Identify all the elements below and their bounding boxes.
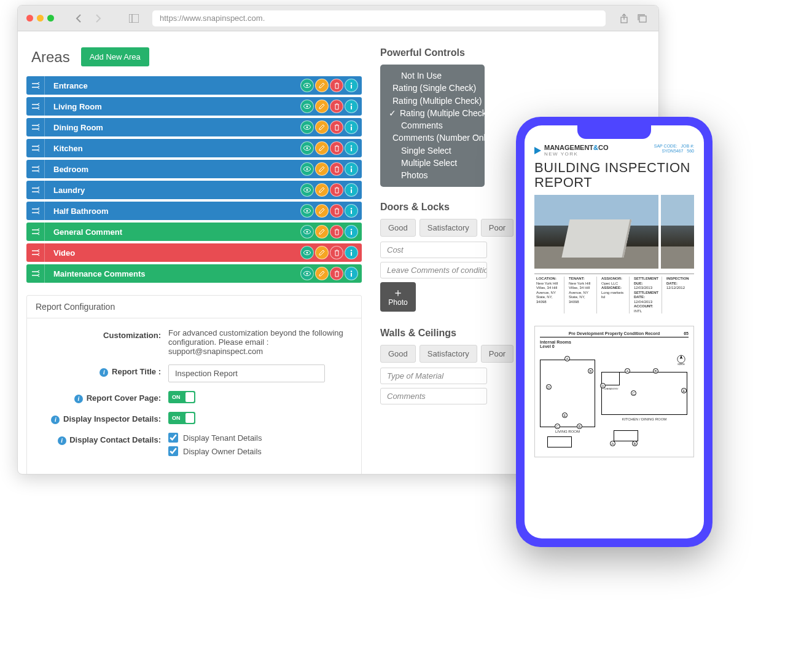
close-icon[interactable] bbox=[26, 15, 33, 22]
drag-handle-icon[interactable] bbox=[26, 202, 45, 220]
area-row[interactable]: Kitchen bbox=[26, 139, 362, 157]
info-icon[interactable] bbox=[345, 100, 358, 113]
view-icon[interactable] bbox=[300, 246, 314, 259]
drag-handle-icon[interactable] bbox=[26, 97, 45, 116]
delete-icon[interactable] bbox=[330, 225, 343, 238]
control-option[interactable]: Comments bbox=[389, 119, 476, 132]
area-row[interactable]: General Comment bbox=[26, 223, 362, 241]
info-icon[interactable] bbox=[345, 204, 358, 218]
drag-handle-icon[interactable] bbox=[26, 118, 45, 136]
area-row[interactable]: Video bbox=[26, 243, 362, 262]
edit-icon[interactable] bbox=[315, 183, 329, 197]
info-icon[interactable] bbox=[345, 120, 358, 134]
cover-page-toggle[interactable]: ON bbox=[168, 391, 195, 403]
view-icon[interactable] bbox=[300, 79, 314, 92]
edit-icon[interactable] bbox=[315, 141, 329, 155]
rating-pill[interactable]: Poor bbox=[481, 345, 513, 363]
control-option[interactable]: Comments (Number Only) bbox=[389, 132, 476, 144]
control-option[interactable]: Multiple Select bbox=[389, 157, 476, 169]
drag-handle-icon[interactable] bbox=[26, 181, 45, 199]
area-row[interactable]: Dining Room bbox=[26, 118, 362, 136]
view-icon[interactable] bbox=[300, 141, 314, 155]
drag-handle-icon[interactable] bbox=[26, 160, 45, 178]
info-icon[interactable] bbox=[345, 246, 358, 259]
info-icon[interactable]: i bbox=[74, 395, 83, 403]
delete-icon[interactable] bbox=[330, 120, 343, 134]
drag-handle-icon[interactable] bbox=[26, 243, 45, 262]
text-field[interactable]: Comments bbox=[380, 388, 487, 404]
area-row[interactable]: Half Bathroom bbox=[26, 202, 362, 220]
sidebar-icon[interactable] bbox=[127, 11, 141, 26]
info-icon[interactable] bbox=[345, 267, 358, 280]
delete-icon[interactable] bbox=[330, 100, 343, 113]
info-icon[interactable]: i bbox=[51, 416, 60, 424]
delete-icon[interactable] bbox=[330, 246, 343, 259]
delete-icon[interactable] bbox=[330, 141, 343, 155]
control-option[interactable]: Single Select bbox=[389, 144, 476, 157]
drag-handle-icon[interactable] bbox=[26, 264, 45, 283]
area-row[interactable]: Bedroom bbox=[26, 160, 362, 178]
delete-icon[interactable] bbox=[330, 79, 343, 92]
view-icon[interactable] bbox=[300, 204, 314, 218]
controls-menu[interactable]: Not In UseRating (Single Check)Rating (M… bbox=[380, 65, 485, 187]
control-option[interactable]: Rating (Multiple Check) bbox=[389, 95, 476, 107]
area-row[interactable]: Entrance bbox=[26, 76, 362, 95]
text-field[interactable]: Cost bbox=[380, 242, 487, 258]
share-icon[interactable] bbox=[617, 11, 631, 26]
info-icon[interactable] bbox=[345, 141, 358, 155]
edit-icon[interactable] bbox=[315, 204, 329, 218]
delete-icon[interactable] bbox=[330, 267, 343, 280]
info-icon[interactable]: i bbox=[100, 368, 108, 377]
edit-icon[interactable] bbox=[315, 120, 329, 134]
area-row[interactable]: Maintenance Comments bbox=[26, 264, 362, 283]
info-icon[interactable] bbox=[345, 225, 358, 238]
edit-icon[interactable] bbox=[315, 267, 329, 280]
view-icon[interactable] bbox=[300, 183, 314, 197]
inspector-details-toggle[interactable]: ON bbox=[168, 412, 195, 424]
forward-button[interactable] bbox=[91, 11, 106, 26]
text-field[interactable]: Leave Comments of condition bbox=[380, 262, 487, 278]
info-icon[interactable] bbox=[345, 162, 358, 176]
info-icon[interactable] bbox=[345, 79, 358, 92]
control-option[interactable]: ✓Rating (Multiple Check With Colour) bbox=[389, 107, 476, 119]
view-icon[interactable] bbox=[300, 225, 314, 238]
rating-pill[interactable]: Good bbox=[380, 219, 416, 237]
delete-icon[interactable] bbox=[330, 204, 343, 218]
drag-handle-icon[interactable] bbox=[26, 223, 45, 241]
text-field[interactable]: Type of Material bbox=[380, 368, 487, 384]
control-option[interactable]: Rating (Single Check) bbox=[389, 82, 476, 94]
view-icon[interactable] bbox=[300, 100, 314, 113]
report-title-input[interactable] bbox=[168, 365, 325, 382]
edit-icon[interactable] bbox=[315, 225, 329, 238]
drag-handle-icon[interactable] bbox=[26, 139, 45, 157]
rating-pill[interactable]: Poor bbox=[481, 219, 513, 237]
add-area-button[interactable]: Add New Area bbox=[81, 47, 149, 66]
info-icon[interactable]: i bbox=[58, 436, 66, 445]
drag-handle-icon[interactable] bbox=[26, 76, 45, 95]
tenant-checkbox[interactable]: Display Tenant Details bbox=[168, 433, 349, 443]
add-photo-button[interactable]: ＋ Photo bbox=[380, 282, 416, 312]
info-icon[interactable] bbox=[345, 183, 358, 197]
edit-icon[interactable] bbox=[315, 246, 329, 259]
rating-pill[interactable]: Satisfactory bbox=[420, 219, 477, 237]
maximize-icon[interactable] bbox=[47, 15, 54, 22]
rating-pill[interactable]: Good bbox=[380, 345, 416, 363]
area-row[interactable]: Living Room bbox=[26, 97, 362, 116]
minimize-icon[interactable] bbox=[37, 15, 44, 22]
edit-icon[interactable] bbox=[315, 79, 329, 92]
edit-icon[interactable] bbox=[315, 100, 329, 113]
control-option[interactable]: Not In Use bbox=[389, 69, 476, 82]
back-button[interactable] bbox=[71, 11, 86, 26]
delete-icon[interactable] bbox=[330, 162, 343, 176]
edit-icon[interactable] bbox=[315, 162, 329, 176]
address-bar[interactable]: https://www.snapinspect.com. bbox=[152, 10, 606, 26]
owner-checkbox[interactable]: Display Owner Details bbox=[168, 446, 349, 456]
tabs-icon[interactable] bbox=[635, 11, 650, 26]
rating-pill[interactable]: Satisfactory bbox=[420, 345, 477, 363]
view-icon[interactable] bbox=[300, 162, 314, 176]
area-row[interactable]: Laundry bbox=[26, 181, 362, 199]
control-option[interactable]: Photos bbox=[389, 169, 476, 181]
delete-icon[interactable] bbox=[330, 183, 343, 197]
view-icon[interactable] bbox=[300, 267, 314, 280]
view-icon[interactable] bbox=[300, 120, 314, 134]
